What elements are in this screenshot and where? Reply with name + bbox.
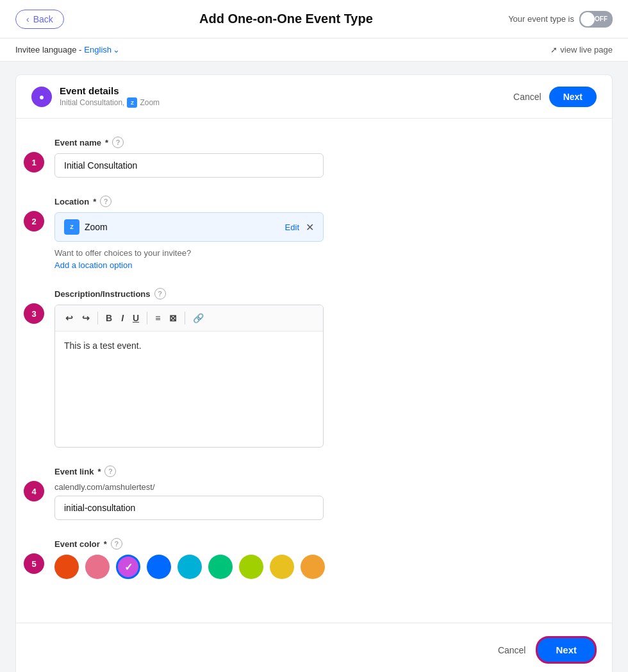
- language-dropdown[interactable]: English ⌄: [84, 45, 120, 55]
- language-selector: Invitee language - English ⌄: [15, 45, 120, 55]
- color-swatch-amber[interactable]: [301, 555, 325, 579]
- event-link-field-group: Event link * ? calendly.com/amshulertest…: [54, 466, 574, 520]
- step-2-section: 2 Location * ? Z Zoom Edit: [54, 196, 574, 270]
- bullet-list-icon: ≡: [155, 313, 160, 323]
- view-live-label: view live page: [560, 45, 613, 55]
- step-3-number: 3: [24, 303, 44, 324]
- view-live-link[interactable]: ➚ view live page: [550, 45, 613, 55]
- event-name-help-icon[interactable]: ?: [112, 137, 124, 148]
- back-label: Back: [33, 14, 53, 24]
- event-toggle[interactable]: OFF: [579, 11, 613, 28]
- event-color-label-text: Event color: [54, 539, 100, 549]
- underline-button[interactable]: U: [129, 310, 143, 326]
- undo-button[interactable]: ↩: [62, 310, 77, 326]
- add-location-link[interactable]: Add a location option: [54, 260, 574, 270]
- italic-button[interactable]: I: [117, 310, 128, 326]
- event-link-label: Event link * ?: [54, 466, 574, 477]
- location-required: *: [93, 197, 96, 206]
- footer-cancel-button[interactable]: Cancel: [498, 645, 526, 655]
- description-editor: ↩ ↪ B I: [54, 305, 324, 448]
- card-header-left: ● Event details Initial Consultation, Z …: [31, 85, 160, 108]
- description-label: Description/Instructions ?: [54, 288, 574, 299]
- location-left: Z Zoom: [64, 219, 108, 235]
- main-content: ● Event details Initial Consultation, Z …: [0, 62, 628, 672]
- editor-toolbar: ↩ ↪ B I: [55, 305, 323, 332]
- form-card: ● Event details Initial Consultation, Z …: [15, 74, 613, 672]
- color-swatch-purple[interactable]: ✓: [116, 555, 140, 579]
- redo-icon: ↪: [82, 313, 90, 323]
- header-next-button[interactable]: Next: [549, 87, 597, 107]
- location-box: Z Zoom Edit ✕: [54, 212, 324, 242]
- event-color-field-group: Event color * ? ✓: [54, 538, 574, 579]
- color-swatch-blue[interactable]: [147, 555, 171, 579]
- event-status-area: Your event type is OFF: [508, 11, 613, 28]
- ordered-list-button[interactable]: ⊠: [165, 310, 181, 326]
- external-link-icon: ➚: [550, 45, 558, 55]
- step-5-section: 5 Event color * ? ✓: [54, 538, 574, 579]
- color-swatch-green[interactable]: [208, 555, 233, 579]
- event-status-label: Your event type is: [508, 14, 574, 24]
- event-color-label: Event color * ?: [54, 538, 574, 550]
- page-title: Add One-on-One Event Type: [199, 12, 373, 26]
- event-name-field-group: Event name * ?: [54, 137, 574, 178]
- zoom-logo: Z: [64, 219, 79, 235]
- location-name: Zoom: [85, 222, 108, 232]
- event-name-required: *: [105, 138, 108, 147]
- link-button[interactable]: 🔗: [189, 310, 208, 326]
- step-4-section: 4 Event link * ? calendly.com/amshulerte…: [54, 466, 574, 520]
- step-1-section: 1 Event name * ?: [54, 137, 574, 178]
- location-field-group: Location * ? Z Zoom Edit ✕: [54, 196, 574, 270]
- color-swatch-pink[interactable]: [85, 555, 110, 579]
- step-2-number: 2: [24, 211, 44, 231]
- back-chevron-icon: ‹: [26, 14, 29, 24]
- location-help-icon[interactable]: ?: [100, 196, 112, 207]
- step-1-number: 1: [24, 152, 44, 172]
- form-body: 1 Event name * ? 2 Location *: [16, 119, 612, 623]
- bold-button[interactable]: B: [102, 310, 116, 326]
- location-label: Location * ?: [54, 196, 574, 207]
- step-4-number: 4: [24, 481, 44, 501]
- event-details-icon: ●: [31, 87, 52, 107]
- location-remove-button[interactable]: ✕: [306, 221, 314, 233]
- undo-icon: ↩: [65, 313, 73, 323]
- card-header: ● Event details Initial Consultation, Z …: [16, 75, 612, 119]
- zoom-icon-small: Z: [127, 97, 137, 108]
- subtitle-text: Initial Consultation,: [60, 98, 124, 107]
- form-footer: Cancel Next: [16, 623, 612, 672]
- bold-icon: B: [106, 313, 112, 323]
- location-hint: Want to offer choices to your invitee?: [54, 248, 574, 258]
- event-link-prefix: calendly.com/amshulertest/: [54, 482, 574, 492]
- chevron-down-icon: ⌄: [113, 45, 120, 55]
- description-label-text: Description/Instructions: [54, 289, 151, 299]
- toolbar-divider-2: [147, 312, 147, 324]
- event-name-input[interactable]: [54, 153, 324, 178]
- bullet-list-button[interactable]: ≡: [151, 310, 164, 326]
- toggle-label: OFF: [595, 15, 607, 22]
- header-cancel-button[interactable]: Cancel: [513, 92, 541, 102]
- description-help-icon[interactable]: ?: [154, 288, 166, 299]
- location-edit-button[interactable]: Edit: [285, 223, 299, 232]
- color-swatch-orange[interactable]: [54, 555, 79, 579]
- back-button[interactable]: ‹ Back: [15, 10, 64, 29]
- event-color-required: *: [104, 539, 107, 549]
- ordered-list-icon: ⊠: [169, 313, 177, 323]
- toolbar-divider-3: [185, 312, 185, 324]
- color-swatch-lime[interactable]: [239, 555, 263, 579]
- event-link-help-icon[interactable]: ?: [104, 466, 116, 477]
- italic-icon: I: [121, 313, 124, 323]
- language-value: English: [84, 45, 112, 55]
- color-swatch-yellow[interactable]: [270, 555, 294, 579]
- description-editor-body[interactable]: This is a test event.: [55, 332, 323, 447]
- card-header-actions: Cancel Next: [513, 87, 597, 107]
- color-swatch-teal[interactable]: [178, 555, 202, 579]
- sub-header: Invitee language - English ⌄ ➚ view live…: [0, 38, 628, 62]
- event-name-label-text: Event name: [54, 138, 101, 147]
- location-label-text: Location: [54, 197, 89, 206]
- footer-next-button[interactable]: Next: [536, 636, 597, 664]
- event-link-input[interactable]: [54, 496, 324, 520]
- event-link-label-text: Event link: [54, 467, 94, 476]
- redo-button[interactable]: ↪: [78, 310, 94, 326]
- language-prefix: Invitee language -: [15, 45, 81, 55]
- event-color-help-icon[interactable]: ?: [111, 538, 122, 550]
- card-header-info: Event details Initial Consultation, Z Zo…: [60, 85, 160, 108]
